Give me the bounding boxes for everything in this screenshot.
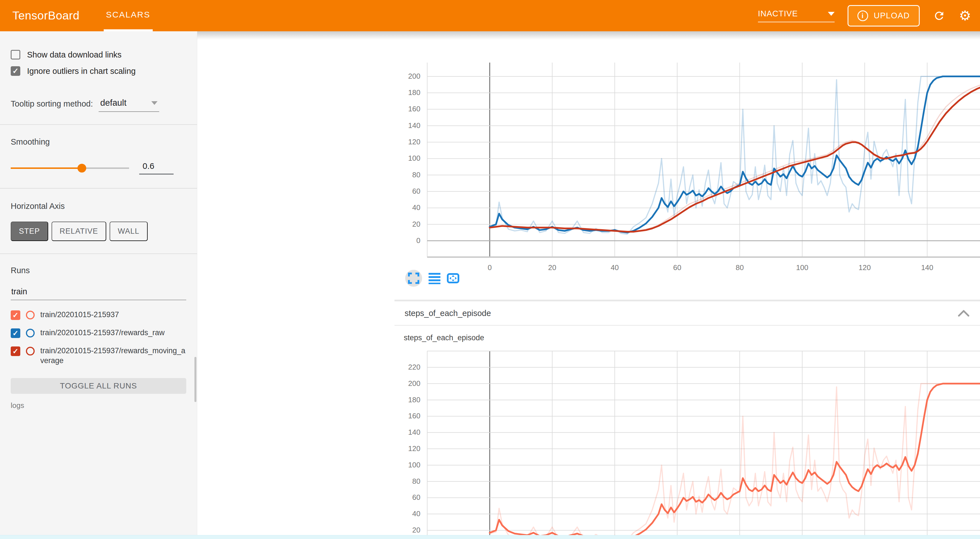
x-tick-label: 20 (548, 263, 556, 272)
expand-chart-icon[interactable] (405, 270, 422, 287)
y-tick-label: 80 (412, 171, 420, 179)
chevron-up-icon[interactable] (958, 309, 970, 317)
x-tick-label: 80 (736, 263, 744, 272)
axis-button-step[interactable]: STEP (11, 222, 48, 241)
upload-button-label: UPLOAD (874, 11, 910, 20)
smoothing-slider-thumb[interactable] (78, 164, 86, 172)
x-tick-label: 0 (488, 263, 492, 272)
y-tick-label: 200 (408, 379, 420, 388)
app-header: TensorBoard SCALARS INACTIVE i UPLOAD ⚙ (0, 0, 980, 31)
tooltip-sorting-select[interactable]: default (99, 97, 159, 112)
tensorboard-app: TensorBoard SCALARS INACTIVE i UPLOAD ⚙ (0, 0, 980, 539)
run-isolate-radio-icon[interactable] (26, 311, 35, 319)
horizontal-axis-label: Horizontal Axis (11, 202, 186, 211)
y-tick-label: 180 (408, 88, 420, 97)
chart-card-title: steps_of_each_episode (404, 333, 484, 342)
y-tick-label: 200 (408, 72, 420, 80)
y-tick-label: 80 (412, 477, 420, 485)
axis-button-relative[interactable]: RELATIVE (52, 222, 107, 241)
run-label: train/20201015-215937 (40, 310, 119, 320)
header-actions: INACTIVE i UPLOAD ⚙ (758, 5, 980, 27)
tooltip-sorting-label: Tooltip sorting method: (11, 99, 93, 112)
option-checkbox-row[interactable]: Show data download links (11, 46, 186, 63)
x-tick-label: 60 (673, 263, 681, 272)
chevron-down-icon (828, 12, 835, 16)
y-tick-label: 160 (408, 411, 420, 420)
run-checkbox-icon[interactable]: ✓ (11, 346, 20, 356)
x-tick-label: 140 (921, 263, 933, 272)
y-tick-label: 60 (412, 187, 420, 195)
y-tick-label: 0 (417, 236, 420, 245)
status-dropdown[interactable]: INACTIVE (758, 9, 835, 22)
y-tick-label: 40 (412, 509, 420, 518)
y-tick-label: 100 (408, 461, 420, 469)
run-label: train/20201015-215937/rewards_raw (40, 328, 165, 338)
bottom-strip (0, 535, 980, 539)
smoothing-row: 0.6 (11, 161, 186, 174)
smoothing-slider[interactable] (11, 164, 129, 172)
checkbox-unchecked-icon[interactable] (11, 50, 20, 59)
y-tick-label: 120 (408, 444, 420, 453)
status-dropdown-value: INACTIVE (758, 9, 798, 18)
section-title: steps_of_each_episode (405, 309, 491, 318)
checkbox-checked-icon[interactable]: ✓ (11, 66, 20, 76)
smoothing-value-input[interactable]: 0.6 (139, 161, 173, 174)
runs-list: ✓train/20201015-215937✓train/20201015-21… (11, 310, 186, 366)
x-tick-label: 40 (611, 263, 619, 272)
section-header[interactable]: steps_of_each_episode (395, 301, 980, 325)
chart-toolbar (405, 270, 459, 287)
settings-gear-icon[interactable]: ⚙ (959, 9, 972, 22)
chevron-down-icon (151, 101, 158, 105)
run-isolate-radio-icon[interactable] (26, 329, 35, 337)
run-isolate-radio-icon[interactable] (26, 347, 35, 356)
y-tick-label: 140 (408, 121, 420, 130)
smoothing-label: Smoothing (11, 137, 186, 147)
option-checkbox-label: Show data download links (27, 50, 121, 59)
app-logo: TensorBoard (13, 9, 80, 22)
runs-filter-input[interactable] (11, 287, 186, 300)
y-tick-label: 20 (412, 220, 420, 228)
charts-main-area: 0204060801001201401601802000204060801001… (197, 31, 980, 539)
y-tick-label: 100 (408, 154, 420, 163)
toggle-all-runs-button[interactable]: TOGGLE ALL RUNS (11, 378, 186, 394)
rewards-chart[interactable]: 0204060801001201401601802000204060801001… (395, 62, 980, 273)
steps-chart[interactable]: 020406080100120140160180200220 (395, 344, 980, 539)
logs-label: logs (11, 401, 186, 410)
tab-scalars[interactable]: SCALARS (104, 0, 153, 31)
series-line (490, 77, 980, 232)
y-tick-label: 120 (408, 137, 420, 146)
tooltip-sorting-row: Tooltip sorting method: default (11, 97, 186, 112)
x-tick-label: 100 (796, 263, 808, 272)
run-row[interactable]: ✓train/20201015-215937/rewards_raw (11, 328, 186, 338)
refresh-icon[interactable] (933, 9, 946, 22)
x-tick-label: 120 (859, 263, 871, 272)
sidebar-scrollbar[interactable] (194, 357, 196, 402)
y-tick-label: 160 (408, 105, 420, 113)
run-row[interactable]: ✓train/20201015-215937/rewards_moving_av… (11, 346, 186, 366)
smoothing-slider-fill (11, 167, 82, 169)
general-options: Show data download links✓Ignore outliers… (11, 46, 186, 79)
y-tick-label: 20 (412, 526, 420, 534)
y-tick-label: 180 (408, 395, 420, 404)
y-tick-label: 140 (408, 428, 420, 436)
series-line (490, 384, 980, 539)
upload-button[interactable]: i UPLOAD (848, 5, 920, 27)
option-checkbox-label: Ignore outliers in chart scaling (27, 67, 135, 76)
data-lines-icon[interactable] (428, 272, 441, 284)
fit-domain-icon[interactable] (447, 272, 459, 284)
run-row[interactable]: ✓train/20201015-215937 (11, 310, 186, 320)
horizontal-axis-buttons: STEPRELATIVEWALL (11, 222, 186, 241)
tooltip-sorting-value: default (100, 98, 127, 108)
run-checkbox-icon[interactable]: ✓ (11, 329, 20, 338)
runs-label: Runs (11, 266, 186, 275)
run-label: train/20201015-215937/rewards_moving_ave… (40, 346, 186, 366)
y-tick-label: 40 (412, 203, 420, 212)
axis-button-wall[interactable]: WALL (110, 222, 148, 241)
info-icon: i (858, 10, 868, 21)
run-checkbox-icon[interactable]: ✓ (11, 310, 20, 320)
option-checkbox-row[interactable]: ✓Ignore outliers in chart scaling (11, 63, 186, 79)
settings-sidebar: Show data download links✓Ignore outliers… (0, 31, 197, 539)
y-tick-label: 60 (412, 493, 420, 502)
y-tick-label: 220 (408, 363, 420, 371)
